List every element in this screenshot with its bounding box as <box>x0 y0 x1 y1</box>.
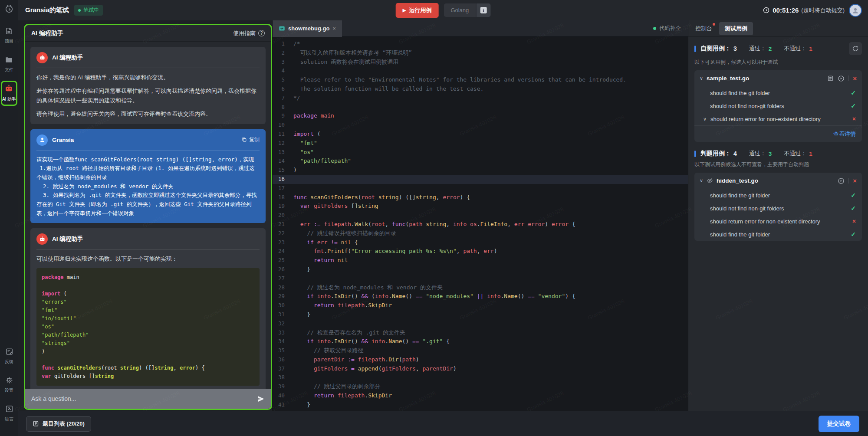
environment-info-button[interactable]: i <box>476 3 490 17</box>
language-select[interactable]: Golang <box>444 3 476 17</box>
remove-file-icon[interactable]: × <box>853 177 857 184</box>
test-file-header[interactable]: ∨sample_test.go× <box>694 70 862 86</box>
code-line[interactable]: 27 <box>273 274 688 283</box>
code-line[interactable]: 11import ( <box>273 130 688 139</box>
code-line[interactable]: 2 可以引入的库和版本相关请参考 “环境说明” <box>273 49 688 58</box>
code-line[interactable]: 22 // 跳过错误并继续扫描剩余的目录 <box>273 229 688 238</box>
run-file-play-icon[interactable] <box>838 177 845 184</box>
test-case-row[interactable]: should find the git folder✓ <box>694 189 862 202</box>
code-line-text: } <box>293 265 310 274</box>
code-line[interactable]: 31 } <box>273 310 688 319</box>
sidebar-item-feedback[interactable]: 反馈 <box>4 346 14 367</box>
question-list-button[interactable]: 题目列表 (20/20) <box>26 416 91 432</box>
code-snippet-line: func scanGitFolders(root string) ([]stri… <box>42 364 254 372</box>
user-avatar[interactable] <box>849 4 862 17</box>
refresh-tests-button[interactable] <box>849 42 862 55</box>
code-line[interactable]: 36 parentDir := filepath.Dir(path) <box>273 355 688 364</box>
copy-button[interactable]: 复制 <box>241 136 260 144</box>
code-line[interactable]: 25 return nil <box>273 256 688 265</box>
code-line[interactable]: 13 "os" <box>273 148 688 157</box>
code-line[interactable]: 37 gitFolders = append(gitFolders, paren… <box>273 364 688 374</box>
test-file-name: hidden_test.go <box>717 177 758 184</box>
test-case-row[interactable]: should find the git folder✓ <box>694 228 862 241</box>
editor-tab-showmebug[interactable]: showmebug.go × <box>273 20 342 37</box>
code-line[interactable]: 39 // 跳过父目录的剩余部分 <box>273 382 688 391</box>
run-tests-button[interactable]: ▶ 运行用例 <box>396 3 439 18</box>
line-number: 15 <box>273 166 293 175</box>
code-line[interactable]: 3 solution 函数将会在测试用例被调用 <box>273 58 688 67</box>
code-line[interactable]: 34 if info.IsDir() && info.Name() == ".g… <box>273 337 688 346</box>
code-line[interactable]: 9package main <box>273 111 688 121</box>
line-number: 38 <box>273 373 293 382</box>
send-message-button[interactable] <box>257 395 265 403</box>
sidebar-item-folder[interactable]: 文件 <box>1 54 17 75</box>
line-number: 28 <box>273 283 293 292</box>
chat-question-input[interactable] <box>31 395 253 402</box>
doc-badge-icon[interactable] <box>827 75 834 82</box>
judge-test-stats: 判题用例：4通过：3不通过：1 <box>694 150 862 157</box>
sidebar-item-robot[interactable]: AI 助手 <box>1 82 17 104</box>
code-line[interactable]: 7*/ <box>273 94 688 103</box>
code-line[interactable]: 4 <box>273 66 688 75</box>
code-line[interactable]: 38 <box>273 373 688 382</box>
code-line[interactable]: 1/* <box>273 39 688 49</box>
code-line[interactable]: 24 fmt.Printf("Error accessing path %s: … <box>273 247 688 256</box>
code-line[interactable]: 40 return filepath.SkipDir <box>273 391 688 400</box>
line-number: 22 <box>273 229 293 238</box>
code-line[interactable]: 6 The solution function will be called i… <box>273 85 688 94</box>
code-line[interactable]: 30 return filepath.SkipDir <box>273 301 688 310</box>
code-line[interactable]: 28 // 跳过名为 node_modules 和 vendor 的文件夹 <box>273 283 688 292</box>
line-number: 16 <box>273 175 293 184</box>
tab-console[interactable]: 控制台 <box>695 25 712 33</box>
code-line-text: import ( <box>293 130 321 139</box>
code-line[interactable]: 32 <box>273 319 688 328</box>
close-tab-icon[interactable]: × <box>332 25 336 32</box>
sidebar-item-label: 语言 <box>5 416 13 422</box>
code-snippet: package main import ( "errors" "fmt" "io… <box>36 268 260 386</box>
test-case-row[interactable]: should not find non-git folders✓ <box>694 202 862 215</box>
code-line[interactable]: 14 "path/filepath" <box>273 157 688 166</box>
code-line[interactable]: 21 err := filepath.Walk(root, func(path … <box>273 220 688 229</box>
usage-guide-link[interactable]: 使用指南 ? <box>233 30 265 37</box>
test-case-name: should not find non-git folders <box>710 205 784 212</box>
sidebar-item-document[interactable]: 题目 <box>1 25 17 46</box>
code-line[interactable]: 29 if info.IsDir() && (info.Name() == "n… <box>273 292 688 301</box>
code-line[interactable]: 20 <box>273 211 688 220</box>
test-case-row[interactable]: should return error for non-existent dir… <box>694 215 862 228</box>
code-line[interactable]: 23 if err != nil { <box>273 238 688 247</box>
remove-file-icon[interactable]: × <box>853 75 857 82</box>
code-line-text: return filepath.SkipDir <box>293 391 392 400</box>
code-line[interactable]: 15) <box>273 166 688 175</box>
code-line-text: // 跳过名为 node_modules 和 vendor 的文件夹 <box>293 283 443 292</box>
test-case-row[interactable]: should not find non-git folders✓ <box>694 99 862 112</box>
line-number: 30 <box>273 301 293 310</box>
test-case-row[interactable]: should find the git folder✓ <box>694 86 862 99</box>
pass-check-icon: ✓ <box>851 205 856 212</box>
code-line[interactable]: 12 "fmt" <box>273 139 688 148</box>
chevron-down-icon: ∨ <box>703 116 707 122</box>
code-line[interactable]: 26 } <box>273 265 688 274</box>
code-line[interactable]: 16 <box>273 175 688 184</box>
code-line[interactable]: 8 <box>273 103 688 112</box>
sidebar-item-gear[interactable]: 设置 <box>4 374 14 395</box>
sidebar-item-language[interactable]: 语言 <box>4 403 14 424</box>
run-file-play-icon[interactable] <box>838 75 845 82</box>
code-line[interactable]: 41 } <box>273 400 688 410</box>
tab-test-cases[interactable]: 测试用例 <box>719 22 753 35</box>
code-line[interactable]: 35 // 获取父目录路径 <box>273 346 688 355</box>
view-details-link[interactable]: 查看详情 <box>833 131 856 137</box>
language-icon <box>5 405 13 415</box>
test-case-row[interactable]: ∨should return error for non-existent di… <box>694 112 862 125</box>
code-line[interactable]: 10 <box>273 121 688 130</box>
code-line[interactable]: 5 Please refer to the "Environmental Not… <box>273 75 688 85</box>
submit-exam-button[interactable]: 提交试卷 <box>819 416 859 432</box>
code-line[interactable]: 33 // 检查是否存在名为 .git 的文件夹 <box>273 328 688 338</box>
code-line-text: The solution function will be called in … <box>293 85 483 94</box>
code-line[interactable]: 18func scanGitFolders(root string) ([]st… <box>273 193 688 202</box>
code-line[interactable]: 19 var gitFolders []string <box>273 202 688 211</box>
test-file-header[interactable]: ∨hidden_test.go× <box>694 173 862 189</box>
code-area[interactable]: 1/*2 可以引入的库和版本相关请参考 “环境说明”3 solution 函数将… <box>273 37 688 411</box>
user-avatar-icon <box>36 134 48 146</box>
code-line[interactable]: 17 <box>273 184 688 193</box>
message-paragraph: 若你在答题过程中有编程问题需要我帮忙解答，可以向我描述清楚你的问题，我会根据你的… <box>36 86 260 105</box>
